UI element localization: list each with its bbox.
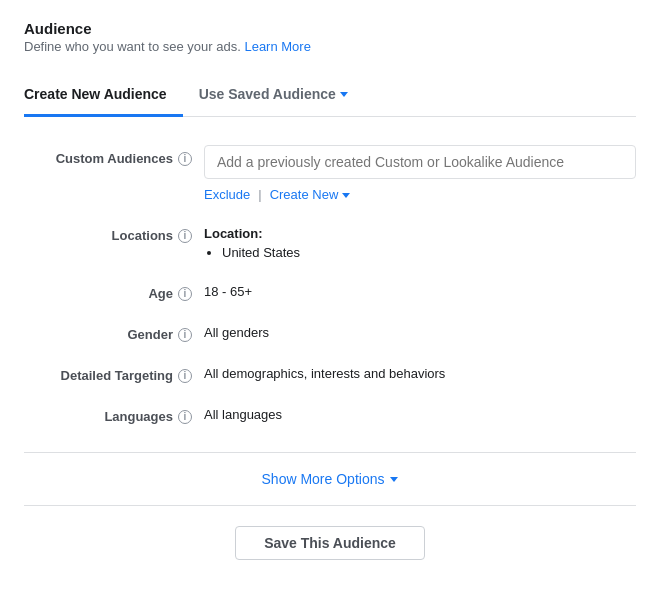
show-more-chevron-icon [390, 477, 398, 482]
locations-content: Location: United States [204, 222, 636, 260]
custom-audiences-row: Custom Audiences i Exclude | Create New [24, 135, 636, 212]
languages-row: Languages i All languages [24, 393, 636, 434]
location-item: United States [222, 245, 636, 260]
locations-row: Locations i Location: United States [24, 212, 636, 270]
create-new-chevron-icon [342, 193, 350, 198]
page-title: Audience [24, 20, 636, 37]
tab-use-saved[interactable]: Use Saved Audience [183, 74, 364, 117]
location-list: United States [204, 245, 636, 260]
detailed-targeting-label: Detailed Targeting i [24, 362, 204, 383]
chevron-down-icon [340, 92, 348, 97]
languages-value: All languages [204, 403, 636, 422]
age-label: Age i [24, 280, 204, 301]
age-info-icon[interactable]: i [178, 287, 192, 301]
learn-more-link[interactable]: Learn More [244, 39, 310, 54]
show-more-button[interactable]: Show More Options [262, 471, 399, 487]
location-title: Location: [204, 226, 636, 241]
save-section: Save This Audience [24, 506, 636, 580]
languages-info-icon[interactable]: i [178, 410, 192, 424]
create-new-dropdown[interactable]: Create New [270, 187, 351, 202]
audience-form: Custom Audiences i Exclude | Create New … [24, 117, 636, 453]
page-subtitle: Define who you want to see your ads. Lea… [24, 39, 636, 54]
gender-label: Gender i [24, 321, 204, 342]
languages-label: Languages i [24, 403, 204, 424]
section-header: Audience Define who you want to see your… [24, 20, 636, 54]
custom-audiences-input[interactable] [204, 145, 636, 179]
save-audience-button[interactable]: Save This Audience [235, 526, 425, 560]
audience-panel: Audience Define who you want to see your… [0, 0, 660, 600]
detailed-targeting-row: Detailed Targeting i All demographics, i… [24, 352, 636, 393]
custom-audiences-label: Custom Audiences i [24, 145, 204, 166]
gender-info-icon[interactable]: i [178, 328, 192, 342]
exclude-link[interactable]: Exclude [204, 187, 250, 202]
custom-audiences-content: Exclude | Create New [204, 145, 636, 202]
languages-content: All languages [204, 403, 636, 422]
show-more-section: Show More Options [24, 453, 636, 506]
gender-row: Gender i All genders [24, 311, 636, 352]
locations-info-icon[interactable]: i [178, 229, 192, 243]
detailed-targeting-content: All demographics, interests and behavior… [204, 362, 636, 381]
age-value: 18 - 65+ [204, 280, 636, 299]
detailed-targeting-info-icon[interactable]: i [178, 369, 192, 383]
gender-value: All genders [204, 321, 636, 340]
gender-content: All genders [204, 321, 636, 340]
tab-bar: Create New Audience Use Saved Audience [24, 74, 636, 117]
input-actions: Exclude | Create New [204, 187, 636, 202]
tab-create-new[interactable]: Create New Audience [24, 74, 183, 117]
action-separator: | [258, 187, 261, 202]
age-content: 18 - 65+ [204, 280, 636, 299]
age-row: Age i 18 - 65+ [24, 270, 636, 311]
detailed-targeting-value: All demographics, interests and behavior… [204, 362, 636, 381]
custom-audiences-info-icon[interactable]: i [178, 152, 192, 166]
locations-label: Locations i [24, 222, 204, 243]
